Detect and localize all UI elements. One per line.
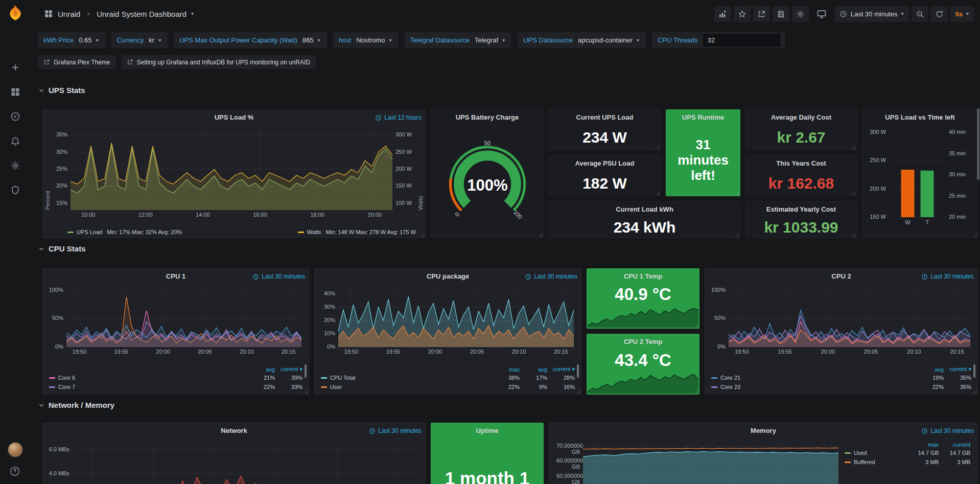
panel-header[interactable]: UPS Load vs Time left	[862, 110, 977, 125]
dashboard-grid-icon[interactable]	[44, 9, 53, 18]
legend-column-header[interactable]: max	[492, 366, 520, 373]
stat-title: UPS Runtime	[666, 110, 740, 125]
chart-plot[interactable]	[73, 442, 417, 484]
chart-plot[interactable]	[338, 287, 574, 347]
create-plus-icon[interactable]	[0, 57, 31, 78]
legend-series-name[interactable]: Buffered	[845, 459, 907, 465]
dashboard-link[interactable]: Grafana Plex Theme	[38, 55, 116, 69]
panel-title: Network	[43, 423, 425, 439]
save-button[interactable]	[773, 6, 789, 22]
cycle-view-monitor-icon[interactable]	[816, 9, 827, 19]
legend-series-name[interactable]: Core 6	[49, 375, 247, 381]
dashboards-icon[interactable]	[0, 82, 31, 102]
section-header-network-memory[interactable]: Network / Memory	[38, 401, 114, 409]
legend-scrollbar[interactable]	[577, 364, 579, 378]
refresh-interval-picker[interactable]: 5s ▾	[950, 6, 974, 22]
section-header-cpu-stats[interactable]: CPU Stats	[38, 244, 86, 253]
explore-compass-icon[interactable]	[0, 106, 31, 127]
clock-icon	[375, 114, 382, 121]
legend-scrollbar[interactable]	[305, 364, 307, 378]
page-scrollbar[interactable]	[977, 108, 979, 180]
variable-value-dropdown[interactable]: apcupsd-container▾	[578, 36, 644, 44]
chart-plot[interactable]	[889, 132, 946, 217]
legend-column-header[interactable]: current ▾	[275, 366, 302, 373]
panel-header[interactable]: CPU 1 Last 30 minutes	[43, 269, 309, 284]
legend-series-name[interactable]: Core 23	[711, 384, 916, 390]
legend-column-header[interactable]: current ▾	[547, 366, 575, 373]
caret-down-icon[interactable]: ▾	[191, 11, 194, 16]
legend-series-name[interactable]: Core 21	[711, 375, 916, 381]
panel-time-range[interactable]: Last 12 hours	[375, 114, 422, 121]
legend-series-name[interactable]: CPU Total	[321, 375, 492, 381]
dashboard-settings-button[interactable]	[792, 6, 809, 22]
legend-value: 3 MB	[939, 459, 970, 465]
variable-value-input[interactable]: 32	[703, 34, 781, 47]
breadcrumb-dashboard-title[interactable]: Unraid System Dashboard	[97, 10, 186, 18]
panel-this-years-cost: This Years Cost kr 162.68	[745, 155, 857, 196]
breadcrumb-app[interactable]: Unraid	[58, 10, 80, 18]
panel-header[interactable]: UPS Battery Charge	[431, 110, 543, 125]
variable-value-dropdown[interactable]: kr▾	[149, 36, 166, 44]
grafana-logo-icon[interactable]	[6, 3, 25, 24]
variable-value-dropdown[interactable]: Telegraf▾	[475, 36, 509, 44]
dashboard-link[interactable]: Setting up Grafana and InfluxDB for UPS …	[121, 55, 316, 69]
server-admin-shield-icon[interactable]	[0, 180, 31, 200]
legend-item[interactable]: UPS LoadMin: 17% Max: 32% Avg: 20%	[67, 229, 182, 235]
panel-time-range[interactable]: Last 30 minutes	[369, 427, 422, 434]
panel-resize-handle[interactable]	[972, 388, 977, 394]
variable-ups-max-output-power-capacity-watt: UPS Max Output Power Capacity (Watt)865▾	[174, 32, 326, 48]
time-range-picker[interactable]: Last 30 minutes ▾	[834, 6, 909, 22]
panel-header[interactable]: Network Last 30 minutes	[43, 423, 425, 439]
caret-down-icon: ▾	[318, 38, 320, 43]
refresh-button[interactable]	[931, 6, 948, 22]
legend-column-header[interactable]: avg	[916, 366, 944, 373]
panel-time-range[interactable]: Last 30 minutes	[525, 273, 577, 280]
x-axis-tick: 20:05	[466, 349, 488, 355]
chart-plot[interactable]	[71, 128, 392, 210]
panel-network: Network Last 30 minutes 19:5019:5520:002…	[42, 423, 426, 484]
panel-resize-handle[interactable]	[419, 232, 425, 237]
legend-column-header[interactable]: current	[939, 442, 970, 448]
user-avatar[interactable]	[8, 442, 23, 457]
legend-column-header[interactable]: max	[907, 442, 939, 448]
panel-time-range[interactable]: Last 30 minutes	[921, 427, 974, 434]
legend-item[interactable]: WattsMin: 148 W Max: 278 W Avg: 175 W	[298, 229, 416, 235]
variable-value-dropdown[interactable]: 865▾	[302, 36, 325, 44]
legend-scrollbar[interactable]	[973, 364, 975, 378]
add-panel-button[interactable]	[714, 6, 731, 22]
configuration-gear-icon[interactable]	[0, 155, 31, 176]
legend-series-name[interactable]: Core 7	[49, 384, 247, 390]
alerting-bell-icon[interactable]	[0, 131, 31, 151]
panel-time-range[interactable]: Last 30 minutes	[252, 273, 305, 280]
chart-plot[interactable]	[66, 287, 301, 347]
zoom-out-button[interactable]	[912, 6, 928, 22]
panel-header[interactable]: Memory Last 30 minutes	[549, 423, 977, 439]
star-button[interactable]	[734, 6, 751, 22]
legend-column-header[interactable]: avg	[520, 366, 547, 373]
section-header-ups-stats[interactable]: UPS Stats	[38, 86, 85, 95]
x-axis-tick: 20:15	[550, 349, 572, 355]
chart-plot[interactable]	[583, 442, 838, 484]
panel-header[interactable]: UPS Load % Last 12 hours	[43, 110, 425, 125]
help-icon[interactable]	[9, 466, 20, 477]
x-axis-tick: 19:50	[731, 349, 753, 355]
variable-value-dropdown[interactable]: Nostromo▾	[356, 36, 396, 44]
y-axis-tick: 35 min	[949, 150, 980, 156]
legend-column-header[interactable]: current ▾	[944, 366, 971, 373]
panel-header[interactable]: CPU package Last 30 minutes	[315, 269, 581, 284]
panel-time-range[interactable]: Last 30 minutes	[921, 273, 974, 280]
legend-series-name[interactable]: Used	[845, 450, 907, 456]
caret-down-icon: ▾	[637, 38, 639, 43]
panel-resize-handle[interactable]	[972, 232, 977, 237]
panel-resize-handle[interactable]	[303, 388, 308, 394]
legend-series-name[interactable]: User	[321, 384, 492, 390]
panel-resize-handle[interactable]	[575, 388, 580, 394]
share-button[interactable]	[753, 6, 770, 22]
y-axis-tick: 35%	[44, 131, 67, 137]
panel-header[interactable]: CPU 2 Last 30 minutes	[705, 269, 977, 284]
legend-column-header[interactable]: avg	[247, 366, 275, 373]
variable-value-dropdown[interactable]: 0.65▾	[79, 36, 103, 44]
stat-title: Average PSU Load	[549, 156, 660, 171]
y-axis-tick: 70.000000 GB	[556, 443, 580, 455]
chart-plot[interactable]	[729, 287, 970, 347]
